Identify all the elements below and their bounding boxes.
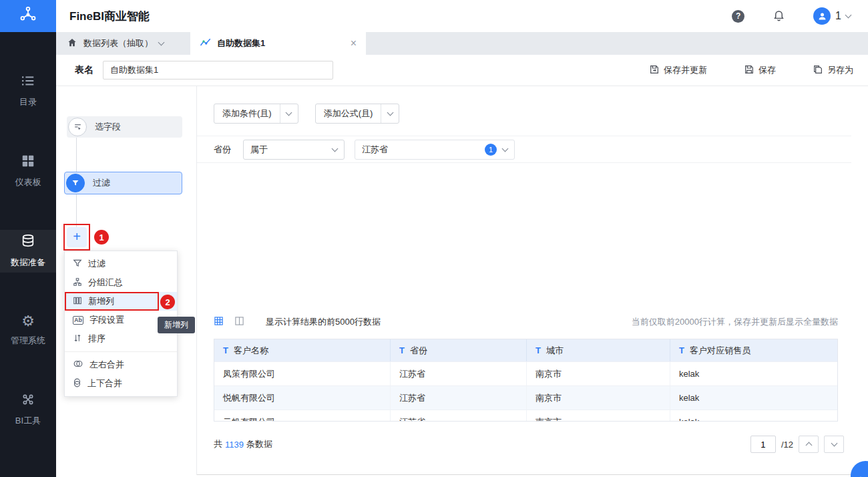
condition-field-label: 省份 <box>214 144 231 156</box>
grid-view-icon[interactable] <box>214 316 224 328</box>
chevron-down-icon[interactable] <box>158 39 165 46</box>
app-title: FineBI商业智能 <box>69 9 150 24</box>
add-condition-button[interactable]: 添加条件(且) <box>214 104 298 124</box>
menu-item-merge-top-bottom[interactable]: 上下合并 <box>65 374 177 393</box>
merge-top-bottom-icon <box>73 377 81 390</box>
chevron-down-icon <box>845 12 852 19</box>
sidebar-item-catalog[interactable]: 目录 <box>0 69 56 112</box>
table-name-input[interactable] <box>103 61 333 80</box>
hub-icon <box>19 5 37 27</box>
sidebar: 目录 仪表板 数据准备 ⚙ 管理系统 <box>0 0 56 477</box>
pagination: /12 <box>750 436 844 453</box>
menu-item-group-summary[interactable]: 分组汇总 <box>65 273 177 292</box>
help-icon[interactable]: ? <box>732 10 744 23</box>
add-condition-label: 添加条件(且) <box>214 104 280 123</box>
menu-tooltip: 新增列 <box>158 317 195 333</box>
text-type-icon: T <box>399 345 405 355</box>
dashboard-icon <box>21 154 35 170</box>
chevron-down-icon[interactable] <box>381 104 399 123</box>
data-table: T 客户名称 T 省份 T 城市 T 客户对应销售员 凤策有限公司 江苏省 南京… <box>214 339 838 422</box>
tab-dataset[interactable]: 自助数据集1 × <box>190 32 366 55</box>
sidebar-item-bi-tools[interactable]: BI工具 <box>0 388 56 431</box>
step-select-field[interactable]: 选字段 <box>67 116 182 138</box>
sidebar-item-admin[interactable]: ⚙ 管理系统 <box>0 310 56 351</box>
condition-value-select[interactable]: 江苏省 1 <box>355 140 515 160</box>
sidebar-item-dashboard[interactable]: 仪表板 <box>0 150 56 192</box>
row-count: 1139 <box>225 440 244 450</box>
table-footer: 共 1139 条数据 /12 <box>214 436 844 453</box>
add-formula-label: 添加公式(且) <box>316 104 381 123</box>
save-update-label: 保存并更新 <box>664 64 707 76</box>
save-button[interactable]: 保存 <box>744 64 776 77</box>
menu-item-label: 新增列 <box>88 295 114 307</box>
row-count-prefix: 共 <box>214 438 222 450</box>
table-row-partial: 云帆有限公司 江苏省 南京市 kelak <box>214 410 837 422</box>
column-label: 省份 <box>410 345 427 357</box>
save-as-button[interactable]: 另存为 <box>813 64 853 77</box>
page-up-button[interactable] <box>799 436 819 453</box>
tab-label: 自助数据集1 <box>217 37 265 49</box>
field-settings-icon: Ab <box>73 316 83 325</box>
steps-panel: 选字段 过滤 + 过滤 分组汇总 <box>56 86 197 475</box>
chevron-down-icon <box>502 145 509 152</box>
close-icon[interactable]: × <box>351 37 357 49</box>
page-input[interactable] <box>750 436 776 453</box>
menu-divider <box>65 351 177 352</box>
menu-item-filter[interactable]: 过滤 <box>65 255 177 273</box>
step-label: 选字段 <box>95 121 121 133</box>
sidebar-item-data-prep[interactable]: 数据准备 <box>0 230 56 273</box>
home-icon <box>67 37 77 49</box>
menu-item-merge-left-right[interactable]: 左右合并 <box>65 355 177 374</box>
avatar <box>813 7 831 25</box>
cell: 南京市 <box>527 361 670 385</box>
filter-icon <box>66 174 85 192</box>
condition-toolbar: 添加条件(且) 添加公式(且) <box>214 104 399 124</box>
user-count: 1 <box>835 10 841 22</box>
bell-icon[interactable] <box>773 9 785 24</box>
save-update-button[interactable]: 保存并更新 <box>649 64 707 77</box>
filter-condition-row: 省份 属于 江苏省 1 <box>197 136 851 163</box>
column-header-customer[interactable]: T 客户名称 <box>214 339 391 361</box>
finebi-logo[interactable] <box>0 0 56 32</box>
view-toggle <box>214 316 244 328</box>
sidebar-item-label: BI工具 <box>15 415 41 427</box>
select-field-icon <box>68 118 87 136</box>
add-formula-button[interactable]: 添加公式(且) <box>315 104 400 124</box>
tab-label: 数据列表（抽取） <box>83 37 153 49</box>
condition-operator-select[interactable]: 属于 <box>243 140 345 160</box>
condition-value: 江苏省 <box>362 144 388 156</box>
preview-header: 显示计算结果的前5000行数据 当前仅取前20000行计算，保存并更新后显示全量… <box>214 316 838 328</box>
table-row: 悦帆有限公司 江苏省 南京市 kelak <box>214 385 837 410</box>
tab-data-list[interactable]: 数据列表（抽取） <box>56 32 190 55</box>
column-header-province[interactable]: T 省份 <box>391 339 527 361</box>
save-label: 保存 <box>758 64 776 76</box>
chevron-down-icon[interactable] <box>280 104 298 123</box>
preview-notice: 当前仅取前20000行计算，保存并更新后显示全量数据 <box>632 316 838 328</box>
user-menu[interactable]: 1 <box>813 7 851 25</box>
text-type-icon: T <box>535 345 541 355</box>
cell: 江苏省 <box>391 410 527 422</box>
annotation-badge-2: 2 <box>160 295 175 309</box>
text-type-icon: T <box>679 345 684 355</box>
cell: 悦帆有限公司 <box>214 385 391 410</box>
header-actions: ? 1 <box>732 7 851 25</box>
column-header-city[interactable]: T 城市 <box>527 339 670 361</box>
page-down-button[interactable] <box>824 436 844 453</box>
add-column-icon <box>73 296 82 307</box>
value-count-badge: 1 <box>485 144 497 156</box>
dataset-icon <box>200 37 212 49</box>
step-filter[interactable]: 过滤 <box>64 172 182 194</box>
operator-value: 属于 <box>250 144 268 156</box>
column-label: 城市 <box>546 345 564 357</box>
column-header-salesperson[interactable]: T 客户对应销售员 <box>670 339 837 361</box>
column-label: 客户对应销售员 <box>690 345 750 357</box>
cell: kelak <box>670 410 837 422</box>
preview-info: 显示计算结果的前5000行数据 <box>266 316 381 328</box>
menu-item-label: 过滤 <box>88 258 105 270</box>
add-step-button[interactable]: + <box>67 227 87 247</box>
cell: 云帆有限公司 <box>214 410 391 422</box>
panel-view-icon[interactable] <box>234 316 244 328</box>
annotation-badge-1: 1 <box>94 230 109 245</box>
cell: 南京市 <box>527 385 670 410</box>
sidebar-item-label: 管理系统 <box>11 335 45 347</box>
